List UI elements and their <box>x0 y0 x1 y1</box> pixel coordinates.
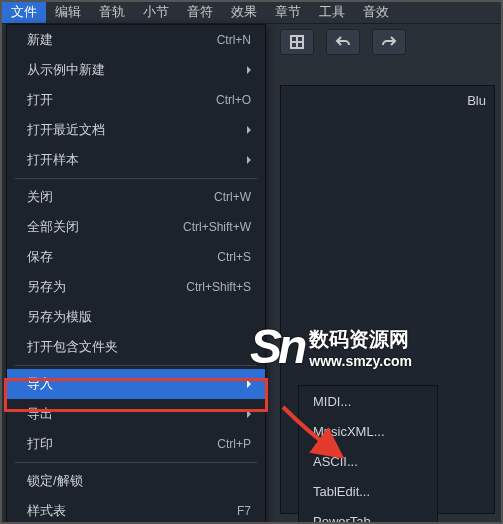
toolbar-button-1[interactable] <box>280 29 314 55</box>
submenu-item-label: PowerTab... <box>313 514 423 525</box>
submenu-item-3[interactable]: TablEdit... <box>299 476 437 506</box>
menu-item-label: 另存为模版 <box>27 308 251 326</box>
menu-item-label: 打印 <box>27 435 217 453</box>
menu-item-shortcut: Ctrl+S <box>217 250 251 264</box>
menubar: 文件 编辑 音轨 小节 音符 效果 章节 工具 音效 <box>0 0 503 24</box>
menu-item-shortcut: Ctrl+O <box>216 93 251 107</box>
menu-item-shortcut: Ctrl+W <box>214 190 251 204</box>
submenu-item-2[interactable]: ASCII... <box>299 446 437 476</box>
submenu-item-label: MusicXML... <box>313 424 423 439</box>
menu-divider <box>15 462 257 463</box>
menu-divider <box>15 178 257 179</box>
menu-item-label: 另存为 <box>27 278 186 296</box>
menu-item-label: 样式表 <box>27 502 237 520</box>
menu-item-label: 从示例中新建 <box>27 61 239 79</box>
file-menu: 新建Ctrl+N从示例中新建打开Ctrl+O打开最近文档打开样本关闭Ctrl+W… <box>6 24 266 524</box>
chevron-right-icon <box>247 66 251 74</box>
menubar-item-bar[interactable]: 小节 <box>134 1 178 23</box>
submenu-item-4[interactable]: PowerTab... <box>299 506 437 524</box>
menu-item-15[interactable]: 打印Ctrl+P <box>7 429 265 459</box>
submenu-item-label: TablEdit... <box>313 484 423 499</box>
menu-item-shortcut: Ctrl+N <box>217 33 251 47</box>
menubar-item-section[interactable]: 章节 <box>266 1 310 23</box>
menu-item-label: 打开最近文档 <box>27 121 239 139</box>
menu-item-shortcut: Ctrl+Shift+W <box>183 220 251 234</box>
menu-item-14[interactable]: 导出 <box>7 399 265 429</box>
chevron-right-icon <box>247 126 251 134</box>
menu-item-label: 打开 <box>27 91 216 109</box>
menu-item-label: 新建 <box>27 31 217 49</box>
undo-button[interactable] <box>326 29 360 55</box>
panel-title: Blu <box>281 86 494 114</box>
menu-item-17[interactable]: 锁定/解锁 <box>7 466 265 496</box>
menu-item-shortcut: Ctrl+Shift+S <box>186 280 251 294</box>
menu-item-10[interactable]: 另存为模版 <box>7 302 265 332</box>
menubar-item-effects[interactable]: 效果 <box>222 1 266 23</box>
menubar-item-track[interactable]: 音轨 <box>90 1 134 23</box>
menu-item-shortcut: F7 <box>237 504 251 518</box>
menu-item-13[interactable]: 导入 <box>7 369 265 399</box>
import-submenu: MIDI...MusicXML...ASCII...TablEdit...Pow… <box>298 385 438 524</box>
menu-item-8[interactable]: 保存Ctrl+S <box>7 242 265 272</box>
menu-item-shortcut: Ctrl+P <box>217 437 251 451</box>
menu-item-6[interactable]: 关闭Ctrl+W <box>7 182 265 212</box>
menu-item-4[interactable]: 打开样本 <box>7 145 265 175</box>
menu-item-2[interactable]: 打开Ctrl+O <box>7 85 265 115</box>
undo-icon <box>335 34 351 50</box>
chevron-right-icon <box>247 156 251 164</box>
menu-item-label: 打开样本 <box>27 151 239 169</box>
redo-icon <box>381 34 397 50</box>
menubar-item-sound[interactable]: 音效 <box>354 1 398 23</box>
submenu-item-1[interactable]: MusicXML... <box>299 416 437 446</box>
menu-item-9[interactable]: 另存为Ctrl+Shift+S <box>7 272 265 302</box>
menu-item-label: 锁定/解锁 <box>27 472 251 490</box>
menu-item-label: 导出 <box>27 405 239 423</box>
menu-divider <box>15 365 257 366</box>
menu-item-label: 关闭 <box>27 188 214 206</box>
submenu-item-label: ASCII... <box>313 454 423 469</box>
menu-item-label: 导入 <box>27 375 239 393</box>
menu-item-0[interactable]: 新建Ctrl+N <box>7 25 265 55</box>
submenu-item-label: MIDI... <box>313 394 423 409</box>
redo-button[interactable] <box>372 29 406 55</box>
menubar-item-tools[interactable]: 工具 <box>310 1 354 23</box>
menubar-item-file[interactable]: 文件 <box>2 1 46 23</box>
grid-icon <box>289 34 305 50</box>
submenu-item-0[interactable]: MIDI... <box>299 386 437 416</box>
menu-item-label: 打开包含文件夹 <box>27 338 251 356</box>
menu-item-7[interactable]: 全部关闭Ctrl+Shift+W <box>7 212 265 242</box>
menu-item-3[interactable]: 打开最近文档 <box>7 115 265 145</box>
menu-item-label: 全部关闭 <box>27 218 183 236</box>
menu-item-label: 保存 <box>27 248 217 266</box>
menu-item-1[interactable]: 从示例中新建 <box>7 55 265 85</box>
chevron-right-icon <box>247 410 251 418</box>
menu-item-11[interactable]: 打开包含文件夹 <box>7 332 265 362</box>
chevron-right-icon <box>247 380 251 388</box>
menubar-item-note[interactable]: 音符 <box>178 1 222 23</box>
menubar-item-edit[interactable]: 编辑 <box>46 1 90 23</box>
menu-item-18[interactable]: 样式表F7 <box>7 496 265 524</box>
